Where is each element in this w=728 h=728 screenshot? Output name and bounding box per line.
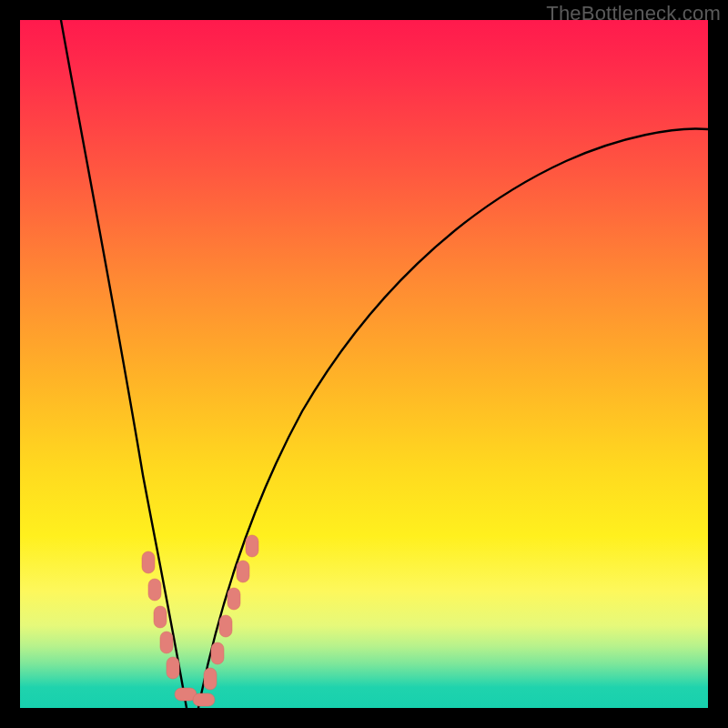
- marker-dot: [211, 642, 224, 664]
- curve-left-branch: [61, 20, 187, 708]
- marker-dot: [246, 535, 258, 557]
- marker-dot: [154, 606, 167, 628]
- marker-dot: [193, 693, 215, 706]
- chart-plot-area: [20, 20, 708, 708]
- chart-curves-layer: [20, 20, 708, 708]
- marker-dot: [167, 657, 179, 679]
- marker-dot: [160, 632, 173, 653]
- chart-frame: TheBottleneck.com: [0, 0, 728, 728]
- marker-dot: [204, 668, 217, 690]
- marker-dot: [228, 588, 240, 610]
- marker-dot: [219, 615, 232, 637]
- marker-dot: [148, 579, 161, 601]
- curve-right-branch: [198, 129, 708, 708]
- marker-dot: [237, 561, 249, 582]
- marker-dot: [142, 551, 155, 573]
